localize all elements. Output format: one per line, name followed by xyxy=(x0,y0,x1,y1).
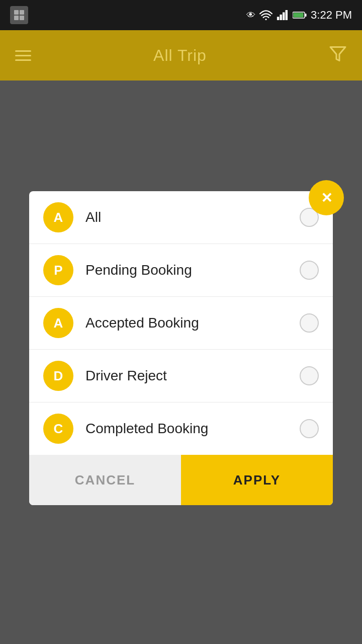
filter-option-accepted[interactable]: A Accepted Booking xyxy=(29,297,333,350)
filter-option-driver-reject[interactable]: D Driver Reject xyxy=(29,350,333,403)
svg-rect-0 xyxy=(14,10,19,15)
option-avatar-completed: C xyxy=(43,414,73,444)
battery-icon xyxy=(293,11,307,20)
wifi-icon xyxy=(259,10,273,20)
filter-modal: A All P Pending Booking A Accepted Booki… xyxy=(29,191,333,505)
status-bar: 👁 3:22 PM xyxy=(0,0,362,30)
app-bar-title: All Trip xyxy=(153,46,207,65)
status-bar-left xyxy=(10,6,28,24)
svg-rect-5 xyxy=(277,17,279,20)
modal-footer: CANCEL APPLY xyxy=(29,455,333,505)
eye-icon: 👁 xyxy=(246,10,255,21)
close-icon: ✕ xyxy=(321,190,332,206)
radio-accepted[interactable] xyxy=(300,313,319,333)
filter-option-pending[interactable]: P Pending Booking xyxy=(29,244,333,297)
option-label-accepted: Accepted Booking xyxy=(85,315,300,331)
svg-rect-8 xyxy=(286,10,288,20)
cancel-button[interactable]: CANCEL xyxy=(29,455,181,505)
app-bar: All Trip xyxy=(0,30,362,80)
option-label-all: All xyxy=(85,209,300,225)
signal-icon xyxy=(277,10,289,20)
apply-button[interactable]: APPLY xyxy=(181,455,333,505)
option-avatar-pending: P xyxy=(43,255,73,285)
filter-option-all[interactable]: A All xyxy=(29,191,333,244)
radio-pending[interactable] xyxy=(300,261,319,280)
filter-icon[interactable] xyxy=(329,45,347,66)
svg-rect-11 xyxy=(294,13,304,18)
svg-rect-3 xyxy=(20,16,24,20)
option-avatar-driver-reject: D xyxy=(43,361,73,391)
radio-completed[interactable] xyxy=(300,419,319,438)
status-bar-right: 👁 3:22 PM xyxy=(246,9,352,22)
option-label-driver-reject: Driver Reject xyxy=(85,368,300,384)
option-label-completed: Completed Booking xyxy=(85,421,300,437)
svg-rect-10 xyxy=(305,14,307,17)
option-avatar-accepted: A xyxy=(43,308,73,338)
svg-marker-12 xyxy=(330,47,345,60)
filter-option-completed[interactable]: C Completed Booking xyxy=(29,403,333,455)
svg-rect-1 xyxy=(20,10,24,15)
radio-driver-reject[interactable] xyxy=(300,366,319,385)
svg-point-4 xyxy=(265,19,266,20)
svg-rect-6 xyxy=(280,15,282,20)
svg-rect-7 xyxy=(283,12,285,20)
svg-rect-2 xyxy=(14,16,19,20)
status-time: 3:22 PM xyxy=(311,9,352,22)
close-modal-button[interactable]: ✕ xyxy=(309,180,344,215)
hamburger-menu-button[interactable] xyxy=(15,50,31,61)
filter-options-list: A All P Pending Booking A Accepted Booki… xyxy=(29,191,333,455)
option-label-pending: Pending Booking xyxy=(85,262,300,278)
option-avatar-all: A xyxy=(43,202,73,232)
app-icon xyxy=(10,6,28,24)
